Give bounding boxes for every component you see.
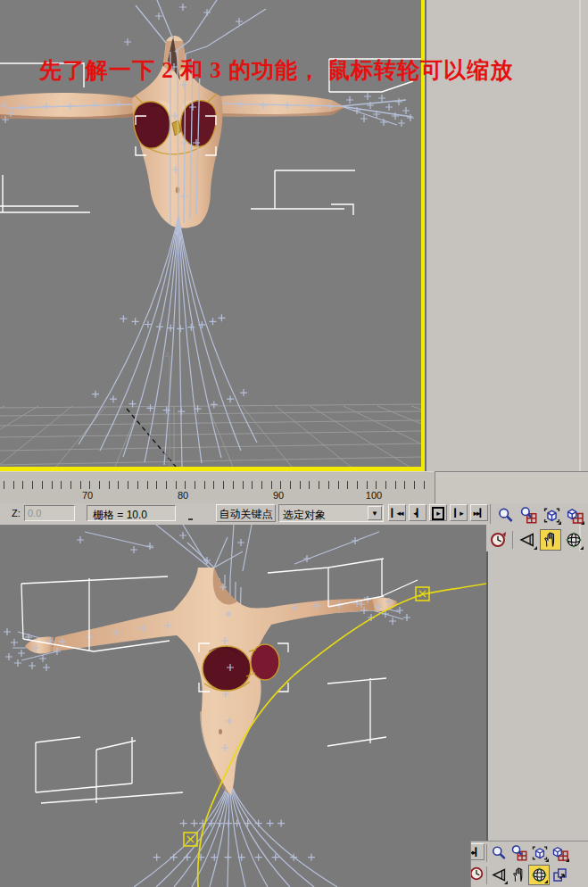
flyout-corner <box>504 881 508 884</box>
ruler-tick <box>367 481 368 489</box>
ruler-tick <box>99 481 100 489</box>
go-to-end-button-partial[interactable]: ▸▸▎ <box>471 843 484 863</box>
play-animation-button[interactable]: ▸ <box>429 504 447 521</box>
next-frame-button[interactable]: ▎▸ <box>450 504 468 521</box>
ruler-tick <box>13 481 14 489</box>
flyout-corner <box>534 546 537 550</box>
go-to-start-button[interactable]: ▎◂◂ <box>388 504 406 521</box>
time-tick-label: 70 <box>82 490 93 501</box>
ruler-tick <box>395 481 396 489</box>
transport-controls: ▎◂◂ ◂▎ ▸ ▎▸ ▸▸▎ <box>388 504 488 521</box>
ruler-tick <box>300 481 301 489</box>
keyframe-x-mark <box>187 836 194 842</box>
pan-button[interactable] <box>540 529 561 551</box>
flyout-corner <box>544 880 548 883</box>
prompt-mark <box>188 518 193 520</box>
ruler-tick <box>128 481 128 489</box>
ruler-tick <box>233 481 234 489</box>
z-axis-label: Z <box>165 351 170 359</box>
tutorial-annotation: 先了解一下 2 和 3 的功能， 鼠标转轮可以缩放 <box>39 55 588 85</box>
viewport-nav-row1 <box>494 503 585 526</box>
auto-key-button[interactable]: 自动关键点 <box>216 504 276 522</box>
maximize-viewport-icon <box>551 866 568 883</box>
ruler-tick <box>4 481 4 489</box>
pan-hand-icon <box>542 531 559 549</box>
viewport-nav-row1: ▸▸▎ <box>471 841 588 864</box>
ruler-tick <box>385 481 386 489</box>
ruler-tick <box>185 481 186 489</box>
zoom-extents-button[interactable] <box>529 843 550 863</box>
ruler-tick <box>424 481 425 489</box>
selection-filter-dropdown[interactable]: 选定对象 ▼ <box>278 504 384 522</box>
ruler-tick <box>223 481 224 489</box>
skirt-bones <box>79 216 257 467</box>
viewport-perspective-view[interactable] <box>0 525 486 887</box>
ruler-tick <box>42 481 43 489</box>
ruler-tick <box>22 481 23 489</box>
key-mode-clock-icon <box>489 531 507 549</box>
ruler-tick <box>176 481 177 489</box>
zoom-button[interactable] <box>489 843 509 863</box>
ruler-tick <box>195 481 195 489</box>
key-mode-toggle-button-partial[interactable] <box>471 866 484 885</box>
flyout-corner <box>566 858 569 862</box>
ruler-tick <box>328 481 329 489</box>
ruler-tick <box>338 481 339 489</box>
ruler-tick <box>156 481 157 489</box>
flyout-corner <box>545 858 549 862</box>
flyout-corner <box>580 546 584 550</box>
zoom-all-icon <box>510 844 527 861</box>
flyout-corner <box>581 521 584 525</box>
ruler-tick <box>280 481 281 489</box>
time-tick-label: 100 <box>366 490 382 501</box>
ruler-tick <box>414 481 415 489</box>
selection-filter-value: 选定对象 <box>283 508 326 523</box>
command-panel-area <box>486 551 588 887</box>
ruler-tick <box>80 481 81 489</box>
character-model <box>25 568 398 795</box>
ruler-tick <box>290 481 291 489</box>
field-of-view-button[interactable] <box>489 865 509 885</box>
key-mode-clock-icon <box>471 866 484 882</box>
timeline-track-bar[interactable]: 70 80 90 100 <box>0 471 435 504</box>
pan-button[interactable] <box>509 865 528 885</box>
go-to-end-button[interactable]: ▸▸▎ <box>470 504 488 521</box>
ruler-tick <box>357 481 358 489</box>
ruler-tick <box>204 481 205 489</box>
time-ruler[interactable]: 70 80 90 100 <box>0 479 435 504</box>
zoom-all-button[interactable] <box>518 504 539 526</box>
arc-rotate-button[interactable] <box>563 529 584 551</box>
grid-size-readout: 栅格 = 10.0 <box>87 505 176 521</box>
ruler-tick <box>118 481 119 489</box>
ruler-tick <box>89 481 90 489</box>
zoom-button[interactable] <box>494 504 516 526</box>
zoom-all-button[interactable] <box>509 843 529 863</box>
viewport-nav-corner: ▸▸▎ <box>470 841 588 887</box>
ruler-tick <box>147 481 148 489</box>
z-coordinate-input[interactable] <box>24 505 75 521</box>
arc-rotate-button[interactable] <box>528 865 550 885</box>
viewport-nav-row2 <box>487 526 588 552</box>
ruler-tick <box>271 481 272 489</box>
ruler-tick <box>109 481 110 489</box>
ruler-tick <box>347 481 348 489</box>
zoom-extents-all-button[interactable] <box>550 843 570 863</box>
ruler-tick <box>376 481 377 489</box>
previous-frame-button[interactable]: ◂▎ <box>409 504 427 521</box>
zoom-icon <box>497 507 514 524</box>
zoom-extents-all-button[interactable] <box>564 504 585 526</box>
zoom-extents-button[interactable] <box>541 504 562 526</box>
dropdown-arrow-icon[interactable]: ▼ <box>368 506 382 520</box>
ruler-tick <box>32 481 33 489</box>
skirt-bones <box>134 781 337 887</box>
key-mode-toggle-button[interactable] <box>487 529 509 551</box>
ruler-tick <box>252 481 253 489</box>
z-field-label: Z: <box>12 508 21 518</box>
time-tick-label: 90 <box>273 490 284 501</box>
maximize-viewport-toggle-button[interactable] <box>550 865 569 885</box>
field-of-view-button[interactable] <box>517 529 538 551</box>
separator <box>486 866 487 884</box>
ruler-tick <box>52 481 53 489</box>
ruler-tick <box>166 481 167 489</box>
ruler-tick <box>243 481 244 489</box>
